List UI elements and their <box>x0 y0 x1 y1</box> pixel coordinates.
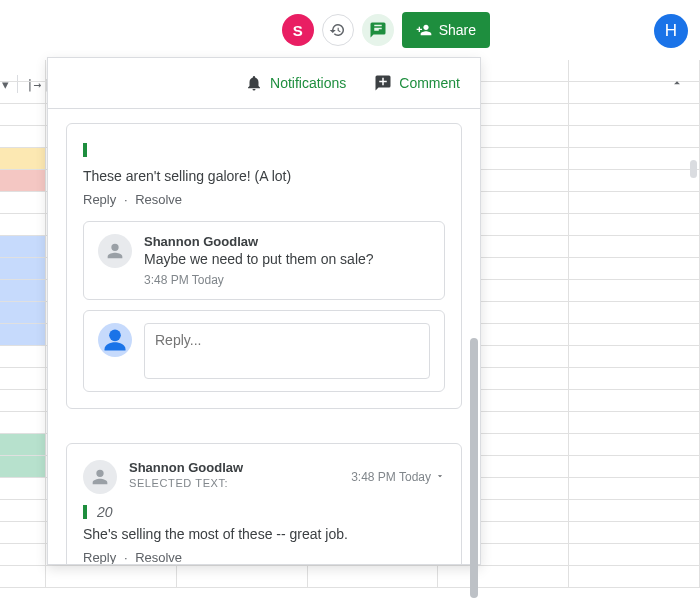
add-comment-tab[interactable]: Comment <box>374 74 460 92</box>
selection-indicator <box>83 143 87 157</box>
chevron-up-icon[interactable] <box>670 76 684 94</box>
panel-scrollbar-thumb[interactable] <box>470 338 478 598</box>
selected-text-value: 20 <box>97 504 113 520</box>
comment-author: Shannon Goodlaw <box>129 460 339 475</box>
comment-actions: Reply · Resolve <box>83 550 445 564</box>
share-label: Share <box>439 22 476 38</box>
comments-panel-body[interactable]: These aren't selling galore! (A lot) Rep… <box>48 109 480 564</box>
user-avatar-icon <box>98 234 132 268</box>
notifications-label: Notifications <box>270 75 346 91</box>
comment-text: She's selling the most of these -- great… <box>83 526 445 542</box>
user-avatar-icon <box>83 460 117 494</box>
header-collab-area: S Share <box>282 12 490 48</box>
bell-icon <box>245 74 263 92</box>
comment-reply: Shannon Goodlaw Maybe we need to put the… <box>83 221 445 300</box>
account-avatar-h: H <box>654 14 688 48</box>
account-avatar-wrap[interactable]: H <box>654 14 688 48</box>
resolve-button[interactable]: Resolve <box>135 550 182 564</box>
comment-timestamp: 3:48 PM Today <box>351 460 445 494</box>
share-button[interactable]: Share <box>402 12 490 48</box>
current-user-avatar-icon <box>98 323 132 357</box>
open-comments-button[interactable] <box>362 14 394 46</box>
reply-input-block <box>83 310 445 392</box>
reply-author: Shannon Goodlaw <box>144 234 430 249</box>
comments-panel-header: Notifications Comment <box>48 58 480 109</box>
comment-actions: Reply · Resolve <box>83 192 445 207</box>
selection-indicator <box>83 505 87 519</box>
person-add-icon <box>416 22 432 38</box>
comments-panel: Notifications Comment These aren't selli… <box>47 57 481 565</box>
reply-input[interactable] <box>144 323 430 379</box>
sheet-scroll-thumb[interactable] <box>690 160 697 178</box>
comment-thread[interactable]: Shannon Goodlaw SELECTED TEXT: 3:48 PM T… <box>66 443 462 564</box>
reply-text: Maybe we need to put them on sale? <box>144 251 430 267</box>
reply-timestamp: 3:48 PM Today <box>144 273 430 287</box>
collaborator-avatar-s[interactable]: S <box>282 14 314 46</box>
comment-label: Comment <box>399 75 460 91</box>
reply-button[interactable]: Reply <box>83 550 116 564</box>
selected-text-label: SELECTED TEXT: <box>129 477 339 489</box>
chevron-down-icon[interactable] <box>435 470 445 484</box>
comment-text: These aren't selling galore! (A lot) <box>83 168 445 184</box>
reply-button[interactable]: Reply <box>83 192 116 207</box>
notifications-tab[interactable]: Notifications <box>245 74 346 92</box>
add-comment-icon <box>374 74 392 92</box>
comment-thread[interactable]: These aren't selling galore! (A lot) Rep… <box>66 123 462 425</box>
resolve-button[interactable]: Resolve <box>135 192 182 207</box>
version-history-icon[interactable] <box>322 14 354 46</box>
selected-text-quote: 20 <box>83 504 445 520</box>
svg-point-0 <box>109 330 121 342</box>
